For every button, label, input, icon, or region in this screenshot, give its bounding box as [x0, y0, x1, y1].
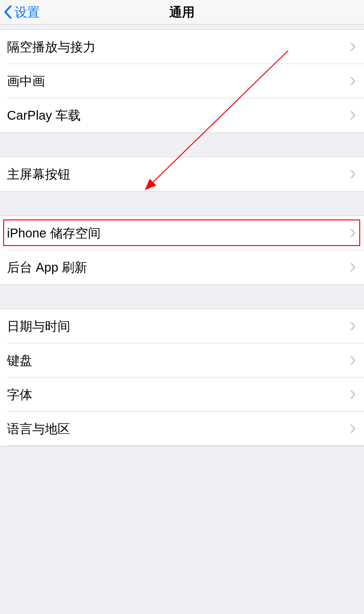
chevron-right-icon: [350, 111, 356, 120]
nav-bar: 设置 通用: [0, 0, 364, 24]
chevron-left-icon: [3, 5, 12, 19]
cell-airplay-handoff[interactable]: 隔空播放与接力: [0, 30, 364, 64]
back-label: 设置: [15, 3, 40, 21]
group-spacer: [0, 285, 364, 309]
settings-group: 主屏幕按钮: [0, 157, 364, 192]
chevron-right-icon: [350, 169, 356, 179]
cell-home-button[interactable]: 主屏幕按钮: [0, 157, 364, 191]
settings-group: 日期与时间 键盘 字体 语言与地区: [0, 309, 364, 446]
chevron-right-icon: [350, 228, 356, 238]
cell-label: 键盘: [7, 352, 350, 369]
group-spacer: [0, 192, 364, 216]
chevron-right-icon: [350, 321, 356, 331]
cell-label: CarPlay 车载: [7, 107, 350, 124]
chevron-right-icon: [350, 76, 356, 86]
chevron-right-icon: [350, 356, 356, 365]
chevron-right-icon: [350, 390, 356, 399]
cell-background-app-refresh[interactable]: 后台 App 刷新: [0, 250, 364, 284]
cell-label: 日期与时间: [7, 318, 350, 335]
cell-fonts[interactable]: 字体: [0, 377, 364, 412]
chevron-right-icon: [350, 42, 356, 52]
cell-label: 隔空播放与接力: [7, 38, 350, 56]
cell-label: 后台 App 刷新: [7, 259, 350, 276]
cell-label: 画中画: [7, 73, 350, 90]
cell-keyboard[interactable]: 键盘: [0, 343, 364, 377]
chevron-right-icon: [350, 263, 356, 272]
settings-group: 隔空播放与接力 画中画 CarPlay 车载: [0, 29, 364, 133]
group-spacer: [0, 24, 364, 29]
settings-group: iPhone 储存空间 后台 App 刷新: [0, 216, 364, 285]
cell-iphone-storage[interactable]: iPhone 储存空间: [0, 216, 364, 250]
cell-date-time[interactable]: 日期与时间: [0, 309, 364, 343]
cell-carplay[interactable]: CarPlay 车载: [0, 98, 364, 132]
cell-label: 主屏幕按钮: [7, 166, 350, 183]
group-spacer: [0, 133, 364, 157]
page-title: 通用: [169, 3, 195, 21]
cell-label: 字体: [7, 386, 350, 403]
cell-language-region[interactable]: 语言与地区: [0, 412, 364, 446]
back-button[interactable]: 设置: [0, 3, 40, 21]
divider: [7, 446, 364, 446]
cell-label: 语言与地区: [7, 420, 350, 438]
chevron-right-icon: [350, 424, 356, 434]
cell-label: iPhone 储存空间: [7, 225, 350, 242]
cell-picture-in-picture[interactable]: 画中画: [0, 64, 364, 98]
